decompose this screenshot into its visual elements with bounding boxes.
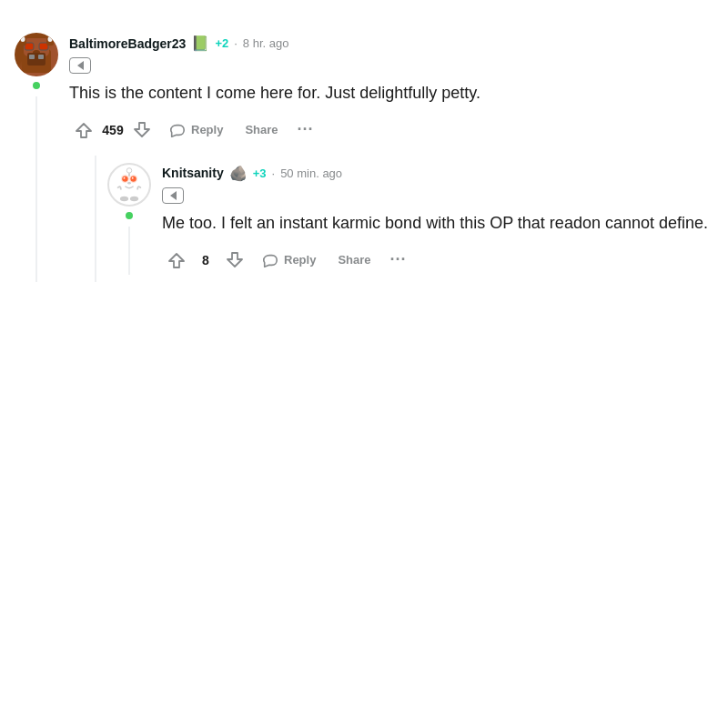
reply-button[interactable]: Reply xyxy=(160,116,232,144)
comment-content: BaltimoreBadger23 📗 +2 · 8 hr. ago This … xyxy=(69,33,713,282)
reply-online-indicator xyxy=(124,210,135,221)
downvote-button[interactable] xyxy=(127,116,157,145)
svg-point-20 xyxy=(124,177,126,179)
upvote-button[interactable] xyxy=(69,116,98,145)
comment-body: This is the content I come here for. Jus… xyxy=(69,81,713,106)
reply-share-label: Share xyxy=(338,253,370,267)
reply-comment-header: Knitsanity 🪨 +3 · 50 min. ago xyxy=(162,165,713,182)
reply-separator: · xyxy=(272,166,276,180)
reply-comment-actions: 8 Reply xyxy=(162,246,713,275)
reply-avatar xyxy=(107,163,151,207)
reply-more-button[interactable]: ··· xyxy=(384,246,413,275)
reply-timestamp: 50 min. ago xyxy=(280,166,342,180)
svg-point-24 xyxy=(130,197,138,202)
avatar xyxy=(15,33,58,76)
collapse-button[interactable] xyxy=(69,57,91,74)
reply-thread-line xyxy=(128,227,130,275)
online-indicator xyxy=(31,80,42,91)
reply-icon xyxy=(169,122,186,138)
svg-rect-10 xyxy=(29,55,35,59)
timestamp: 8 hr. ago xyxy=(243,36,289,50)
comment-item: BaltimoreBadger23 📗 +2 · 8 hr. ago This … xyxy=(15,25,713,289)
reply-reply-button[interactable]: Reply xyxy=(253,247,325,274)
karma-badge: +2 xyxy=(215,36,228,50)
reply-karma-badge: +3 xyxy=(253,166,267,180)
comment-left-col xyxy=(15,33,58,282)
reply-comment-body: Me too. I felt an instant karmic bond wi… xyxy=(162,211,713,237)
vote-count: 459 xyxy=(102,123,124,137)
reply-reply-label: Reply xyxy=(284,253,316,267)
share-label: Share xyxy=(245,123,278,136)
collapse-arrow-icon xyxy=(77,61,84,70)
separator: · xyxy=(234,36,238,50)
reddit-alien-svg xyxy=(109,165,149,205)
reply-vote-count: 8 xyxy=(195,253,217,267)
reply-collapse-arrow-icon xyxy=(170,191,177,200)
reply-comment-left-col xyxy=(107,163,151,275)
reply-upvote-icon xyxy=(167,251,186,269)
svg-point-8 xyxy=(48,36,53,42)
svg-point-22 xyxy=(127,182,131,185)
reply-upvote-button[interactable] xyxy=(162,246,191,275)
svg-point-18 xyxy=(122,176,127,181)
svg-point-21 xyxy=(132,177,134,179)
reply-reply-icon xyxy=(262,252,278,268)
reply-label: Reply xyxy=(191,123,223,136)
reply-collapse-button[interactable] xyxy=(162,187,184,204)
svg-point-14 xyxy=(126,168,132,174)
svg-rect-11 xyxy=(38,55,44,59)
more-button[interactable]: ··· xyxy=(291,116,320,145)
reply-award-icon: 🪨 xyxy=(229,165,248,182)
upvote-icon xyxy=(75,121,93,139)
comment-header: BaltimoreBadger23 📗 +2 · 8 hr. ago xyxy=(69,35,713,52)
badger-avatar-svg xyxy=(15,33,58,76)
svg-point-23 xyxy=(120,197,128,202)
reply-username[interactable]: Knitsanity xyxy=(162,166,224,180)
thread-line xyxy=(35,96,37,282)
comment-thread: BaltimoreBadger23 📗 +2 · 8 hr. ago This … xyxy=(15,15,713,300)
reply-comment-content: Knitsanity 🪨 +3 · 50 min. ago Me too. I … xyxy=(162,163,713,275)
award-icon: 📗 xyxy=(191,35,209,52)
downvote-icon xyxy=(133,121,151,139)
username[interactable]: BaltimoreBadger23 xyxy=(69,36,186,51)
svg-point-19 xyxy=(130,176,136,181)
reply-downvote-icon xyxy=(226,251,244,269)
nested-comment-container: Knitsanity 🪨 +3 · 50 min. ago Me too. I … xyxy=(95,156,713,282)
reply-more-label: ··· xyxy=(390,250,407,269)
more-label: ··· xyxy=(298,120,314,139)
reply-downvote-button[interactable] xyxy=(220,246,249,275)
comment-actions: 459 Reply Share ··· xyxy=(69,116,713,145)
reply-share-button[interactable]: Share xyxy=(329,247,379,272)
svg-point-7 xyxy=(21,36,25,42)
reply-comment-item: Knitsanity 🪨 +3 · 50 min. ago Me too. I … xyxy=(107,156,713,282)
share-button[interactable]: Share xyxy=(236,117,287,142)
